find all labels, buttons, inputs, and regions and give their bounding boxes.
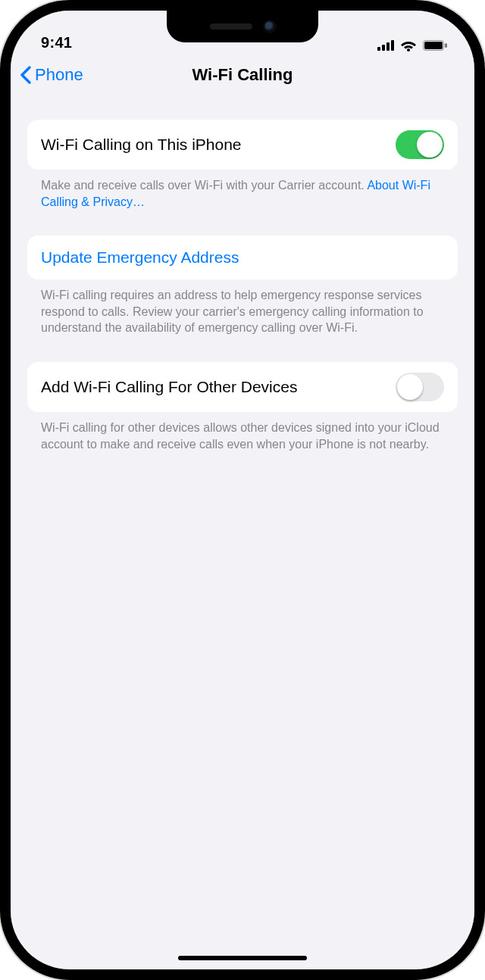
group-wifi-calling-this-iphone: Wi-Fi Calling on This iPhone Make and re… (27, 120, 458, 210)
toggle-knob (397, 374, 423, 400)
group-footer: Make and receive calls over Wi-Fi with y… (27, 170, 458, 210)
svg-rect-7 (445, 43, 447, 48)
footer-text: Wi-Fi calling for other devices allows o… (41, 421, 440, 451)
cell-label: Wi-Fi Calling on This iPhone (41, 135, 242, 154)
wifi-icon (400, 39, 417, 51)
nav-bar: Phone Wi-Fi Calling (11, 53, 474, 97)
status-time: 9:41 (41, 34, 72, 51)
cell-wifi-calling-this-iphone[interactable]: Wi-Fi Calling on This iPhone (27, 120, 458, 170)
settings-content: Wi-Fi Calling on This iPhone Make and re… (11, 97, 474, 452)
group-footer: Wi-Fi calling for other devices allows o… (27, 412, 458, 452)
device-frame: 9:41 (0, 0, 485, 980)
cell-update-emergency-address[interactable]: Update Emergency Address (27, 236, 458, 279)
svg-rect-6 (424, 42, 443, 49)
home-indicator (178, 956, 307, 960)
svg-rect-1 (382, 45, 385, 51)
screen: 9:41 (11, 11, 474, 969)
cell-wifi-calling-other-devices[interactable]: Add Wi-Fi Calling For Other Devices (27, 362, 458, 412)
svg-rect-2 (386, 42, 390, 51)
back-button-label: Phone (35, 65, 83, 85)
footer-text: Make and receive calls over Wi-Fi with y… (41, 179, 367, 192)
toggle-wifi-calling-other-devices[interactable] (396, 373, 444, 401)
chevron-left-icon (20, 66, 32, 84)
group-footer: Wi-Fi calling requires an address to hel… (27, 279, 458, 336)
svg-rect-3 (391, 40, 394, 51)
cell-label: Add Wi-Fi Calling For Other Devices (41, 377, 297, 397)
battery-icon (423, 40, 447, 51)
group-other-devices: Add Wi-Fi Calling For Other Devices Wi-F… (27, 362, 458, 452)
cell-label: Update Emergency Address (41, 248, 239, 267)
footer-text: Wi-Fi calling requires an address to hel… (41, 289, 424, 334)
cellular-signal-icon (377, 40, 394, 51)
back-button[interactable]: Phone (20, 65, 83, 85)
svg-point-4 (407, 48, 410, 51)
group-emergency-address: Update Emergency Address Wi-Fi calling r… (27, 236, 458, 336)
device-notch (167, 11, 318, 42)
toggle-wifi-calling-this-iphone[interactable] (396, 130, 444, 159)
svg-rect-0 (377, 47, 380, 51)
toggle-knob (417, 132, 443, 158)
